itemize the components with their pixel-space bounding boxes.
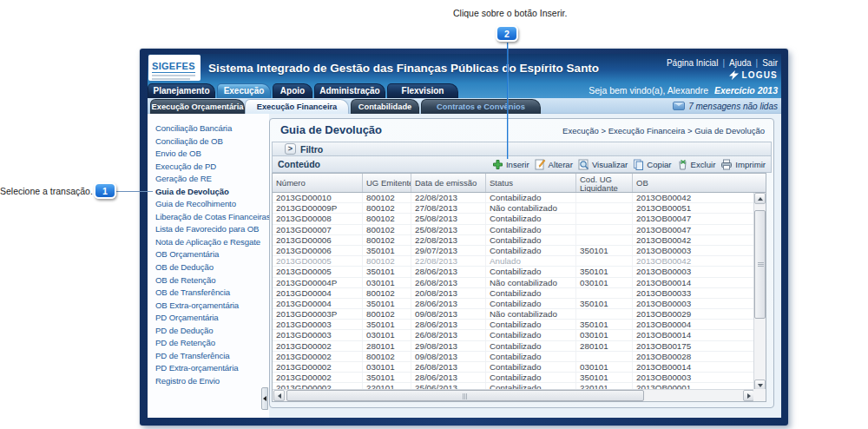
column-header-status[interactable]: Status — [486, 174, 576, 192]
subtab-execucao-financeira[interactable]: Execução Financeira — [245, 99, 349, 114]
table-cell: 2013GD00006 — [273, 246, 363, 255]
table-cell: 2013GD00008 — [273, 214, 363, 223]
table-row[interactable]: 2013GD0000280010209/08/2013Contabilizado… — [273, 352, 766, 362]
sidebar-item-ob-orcamentaria[interactable]: OB Orçamentária — [148, 248, 269, 261]
toolbar-button-copiar[interactable]: Copiar — [632, 159, 672, 170]
sidebar-item-conciliacao-de-ob[interactable]: Conciliação de OB — [148, 135, 269, 148]
table-row[interactable]: 2013GD00009P80010227/08/2013Não contabil… — [273, 203, 766, 214]
sidebar-item-ob-de-deducao[interactable]: OB de Dedução — [148, 261, 269, 274]
sidebar-item-lista-de-favorecido-para-ob[interactable]: Lista de Favorecido para OB — [148, 223, 269, 236]
table-cell: 29/07/2013 — [411, 246, 486, 255]
table-cell — [576, 193, 633, 202]
subtab-contabilidade[interactable]: Contabilidade — [351, 99, 419, 114]
toolbar-button-visualizar[interactable]: Visualizar — [577, 159, 628, 170]
menu-tab-flexvision[interactable]: Flexvision — [387, 83, 458, 98]
sidebar-item-pd-de-retencao[interactable]: PD de Retenção — [148, 337, 269, 350]
table-cell — [576, 309, 633, 319]
magnifier-icon — [578, 159, 589, 170]
table-cell: 800102 — [363, 309, 411, 319]
sidebar-item-geracao-de-re[interactable]: Geração de RE — [148, 173, 269, 186]
sidebar-item-registro-de-envio[interactable]: Registro de Envio — [148, 375, 269, 388]
table-cell: 2013OB00033 — [633, 288, 755, 298]
header-link-pagina-inicial[interactable]: Página Inicial — [667, 58, 718, 68]
header-link-ajuda[interactable]: Ajuda — [729, 58, 752, 68]
table-cell: 350101 — [363, 373, 411, 382]
sidebar-item-ob-de-transferencia[interactable]: OB de Transferência — [148, 287, 269, 300]
sidebar-item-nota-de-aplicacao-e-resgate[interactable]: Nota de Aplicação e Resgate — [148, 236, 269, 249]
table-row[interactable]: 2013GD0000335010128/06/2013Contabilizado… — [273, 320, 766, 330]
table-cell: 09/08/2013 — [411, 352, 486, 361]
toolbar-button-inserir[interactable]: Inserir — [491, 159, 530, 170]
messages-indicator[interactable]: 7 mensagens não lidas — [673, 99, 778, 113]
column-header-data-de-emissao[interactable]: Data de emissão — [411, 174, 486, 192]
sidebar-item-pd-extra-orcamentaria[interactable]: PD Extra-orçamentária — [148, 362, 269, 375]
sidebar-collapse-handle[interactable] — [261, 387, 268, 410]
column-header-cod-ug-liquidante[interactable]: Cod. UG Liquidante — [576, 174, 633, 192]
sidebar-item-pd-de-transferencia[interactable]: PD de Transferência — [148, 350, 269, 363]
table-row[interactable]: 2013GD0000303010126/08/2013Contabilizado… — [273, 330, 766, 340]
table-cell: Contabilizado — [486, 352, 576, 361]
menu-tab-execucao[interactable]: Execução — [217, 83, 271, 98]
table-cell: 800102 — [363, 225, 411, 234]
sigefes-logo: SIGEFES — [148, 55, 201, 81]
sidebar-item-guia-de-recolhimento[interactable]: Guia de Recolhimento — [148, 198, 269, 211]
expand-filter-icon[interactable]: > — [285, 143, 296, 155]
header-link-sair[interactable]: Sair — [762, 58, 778, 68]
content-section-header: Conteúdo InserirAlterarVisualizarCopiarE… — [272, 156, 772, 173]
table-cell: 09/08/2013 — [411, 309, 486, 319]
subtab-execucao-orcamentaria[interactable]: Execução Orçamentária — [150, 99, 245, 114]
table-cell: 350101 — [363, 299, 411, 308]
sidebar-item-pd-de-deducao[interactable]: PD de Dedução — [148, 325, 269, 338]
sidebar-item-pd-orcamentaria[interactable]: PD Orçamentária — [148, 312, 269, 325]
sidebar-item-execucao-de-pd[interactable]: Execução de PD — [148, 161, 269, 174]
table-row[interactable]: 2013GD00003P80010209/08/2013Não contabil… — [273, 309, 766, 320]
scroll-up-button[interactable] — [754, 193, 766, 204]
table-row[interactable]: 2013GD0000228010129/08/2013Contabilizado… — [273, 341, 766, 352]
table-cell: 800102 — [363, 352, 411, 361]
sidebar-item-liberacao-de-cotas-financeiras[interactable]: Liberação de Cotas Financeiras — [148, 211, 269, 224]
toolbar-button-imprimir[interactable]: Imprimir — [720, 159, 766, 170]
table-row[interactable]: 2013GD0000680010222/08/2013Contabilizado… — [273, 235, 766, 246]
toolbar-button-alterar[interactable]: Alterar — [534, 159, 574, 170]
sidebar-item-conciliacao-bancaria[interactable]: Conciliação Bancária — [148, 122, 269, 135]
table-cell: 2013GD00009P — [273, 203, 363, 213]
sidebar-item-ob-de-retencao[interactable]: OB de Retenção — [148, 274, 269, 287]
table-row[interactable]: 2013GD0001080010222/08/2013Contabilizado… — [273, 193, 766, 203]
subtab-contratos-e-convenios[interactable]: Contratos e Convênios — [421, 99, 541, 114]
menu-tab-planejamento[interactable]: Planejamento — [148, 83, 215, 98]
vertical-scrollbar[interactable] — [753, 193, 766, 391]
sidebar-item-ob-extra-orcamentaria[interactable]: OB Extra-orçamentária — [148, 300, 269, 313]
app-header: SIGEFES Sistema Integrado de Gestão das … — [148, 54, 781, 83]
column-header-numero[interactable]: Número — [273, 174, 363, 192]
column-header-ob[interactable]: OB — [633, 174, 755, 192]
table-cell: 2013GD00002 — [273, 352, 363, 361]
table-row[interactable]: 2013GD0000535010128/06/2013Contabilizado… — [273, 267, 766, 277]
sigefes-logo-subtitle2 — [152, 78, 190, 80]
table-cell: 2013OB00047 — [633, 225, 755, 234]
table-row[interactable]: 2013GD0000235010128/06/2013Contabilizado… — [273, 373, 766, 383]
toolbar-button-excluir[interactable]: Excluir — [676, 159, 717, 170]
table-cell: 2013GD00002 — [273, 383, 363, 389]
table-row[interactable]: 2013GD0000635010129/07/2013Contabilizado… — [273, 246, 766, 256]
sidebar-item-envio-de-ob[interactable]: Envio de OB — [148, 148, 269, 161]
table-row[interactable]: 2013GD0000222010125/06/2013Contabilizado… — [273, 383, 766, 389]
menu-tab-administracao[interactable]: Administração — [314, 83, 385, 98]
horizontal-scrollbar[interactable] — [273, 389, 755, 401]
table-cell: 2013GD00003 — [273, 330, 363, 340]
table-row[interactable]: 2013GD0000435010128/06/2013Contabilizado… — [273, 299, 766, 309]
vertical-scrollbar-thumb[interactable] — [754, 210, 766, 319]
column-header-ug-emitente[interactable]: UG Emitente — [363, 174, 411, 192]
table-row[interactable]: 2013GD0000780010225/08/2013Contabilizado… — [273, 225, 766, 235]
horizontal-scrollbar-thumb[interactable] — [286, 390, 644, 401]
table-cell: Contabilizado — [486, 373, 576, 382]
sidebar-item-guia-de-devolucao[interactable]: Guia de Devolução — [148, 186, 269, 199]
scroll-left-button[interactable] — [273, 390, 285, 401]
table-row[interactable]: 2013GD00004P03010126/08/2013Não contabil… — [273, 278, 766, 288]
table-cell: Anulado — [486, 256, 576, 266]
table-row[interactable]: 2013GD0000880010225/08/2013Contabilizado… — [273, 214, 766, 224]
table-row[interactable]: 2013GD0000480010220/08/2013Contabilizado… — [273, 288, 766, 299]
table-row[interactable]: 2013GD0000203010126/08/2013Contabilizado… — [273, 362, 766, 373]
table-row[interactable]: 2013GD0000580010222/08/2013Anulado2013OB… — [273, 256, 766, 267]
menu-tab-apoio[interactable]: Apoio — [273, 83, 312, 98]
filter-section-header[interactable]: > Filtro — [272, 142, 772, 156]
